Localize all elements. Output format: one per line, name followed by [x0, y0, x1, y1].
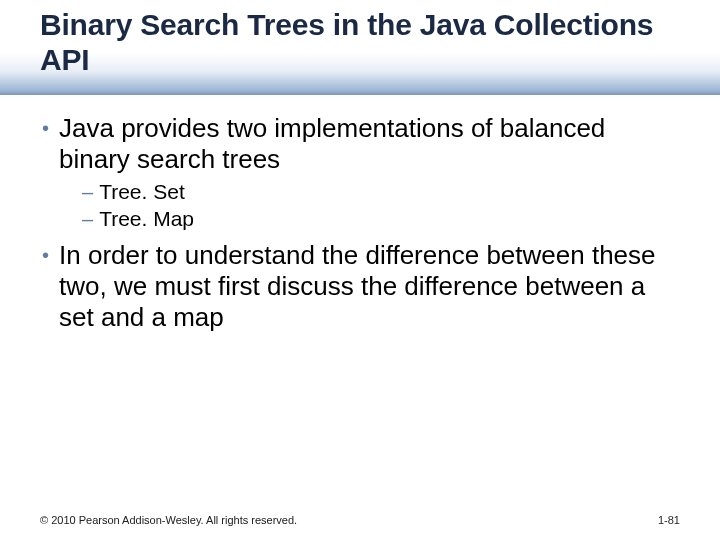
copyright-text: © 2010 Pearson Addison-Wesley. All right… — [40, 514, 297, 526]
bullet-dot-icon: • — [42, 113, 49, 143]
slide-title: Binary Search Trees in the Java Collecti… — [40, 8, 680, 77]
title-band: Binary Search Trees in the Java Collecti… — [0, 0, 720, 95]
page-number: 1-81 — [658, 514, 680, 526]
sub-bullet-group: – Tree. Set – Tree. Map — [82, 179, 660, 232]
bullet-text: In order to understand the difference be… — [59, 240, 660, 334]
sub-bullet-text: Tree. Set — [99, 179, 185, 205]
bullet-item: • Java provides two implementations of b… — [60, 113, 660, 175]
sub-bullet-item: – Tree. Map — [82, 206, 660, 232]
bullet-dot-icon: • — [42, 240, 49, 270]
slide-content: • Java provides two implementations of b… — [0, 95, 720, 333]
slide-footer: © 2010 Pearson Addison-Wesley. All right… — [40, 514, 680, 526]
bullet-dash-icon: – — [82, 179, 93, 205]
bullet-item: • In order to understand the difference … — [60, 240, 660, 334]
sub-bullet-item: – Tree. Set — [82, 179, 660, 205]
sub-bullet-text: Tree. Map — [99, 206, 194, 232]
bullet-text: Java provides two implementations of bal… — [59, 113, 660, 175]
bullet-dash-icon: – — [82, 206, 93, 232]
